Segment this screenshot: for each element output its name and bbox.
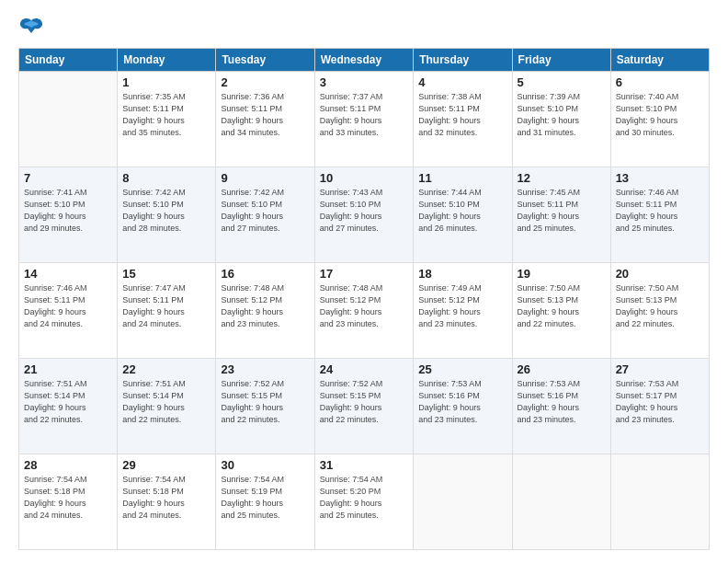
- calendar-table: SundayMondayTuesdayWednesdayThursdayFrid…: [18, 48, 710, 550]
- calendar-cell: 11Sunrise: 7:44 AMSunset: 5:10 PMDayligh…: [414, 167, 512, 263]
- day-info: Sunrise: 7:43 AMSunset: 5:10 PMDaylight:…: [320, 187, 409, 235]
- day-number: 22: [122, 362, 210, 376]
- day-info: Sunrise: 7:42 AMSunset: 5:10 PMDaylight:…: [122, 187, 210, 235]
- day-info: Sunrise: 7:52 AMSunset: 5:15 PMDaylight:…: [320, 378, 409, 426]
- day-info: Sunrise: 7:36 AMSunset: 5:11 PMDaylight:…: [221, 91, 309, 139]
- week-row-5: 28Sunrise: 7:54 AMSunset: 5:18 PMDayligh…: [19, 454, 710, 550]
- day-info: Sunrise: 7:53 AMSunset: 5:16 PMDaylight:…: [418, 378, 506, 426]
- calendar-cell: 9Sunrise: 7:42 AMSunset: 5:10 PMDaylight…: [216, 167, 314, 263]
- header-day-wednesday: Wednesday: [314, 49, 414, 72]
- day-number: 4: [418, 75, 506, 89]
- day-info: Sunrise: 7:50 AMSunset: 5:13 PMDaylight:…: [518, 282, 606, 330]
- day-info: Sunrise: 7:53 AMSunset: 5:17 PMDaylight:…: [616, 378, 704, 426]
- day-number: 19: [518, 267, 606, 281]
- day-info: Sunrise: 7:49 AMSunset: 5:12 PMDaylight:…: [418, 282, 506, 330]
- day-number: 23: [221, 362, 309, 376]
- calendar-cell: 23Sunrise: 7:52 AMSunset: 5:15 PMDayligh…: [216, 359, 314, 454]
- calendar-cell: 7Sunrise: 7:41 AMSunset: 5:10 PMDaylight…: [19, 167, 118, 263]
- day-info: Sunrise: 7:48 AMSunset: 5:12 PMDaylight:…: [221, 282, 309, 330]
- calendar-cell: 27Sunrise: 7:53 AMSunset: 5:17 PMDayligh…: [610, 359, 709, 454]
- day-info: Sunrise: 7:51 AMSunset: 5:14 PMDaylight:…: [24, 378, 112, 426]
- day-number: 14: [24, 267, 112, 281]
- day-number: 25: [418, 362, 506, 376]
- day-number: 26: [518, 362, 606, 376]
- day-number: 15: [122, 267, 210, 281]
- day-number: 9: [221, 171, 309, 185]
- calendar-cell: 19Sunrise: 7:50 AMSunset: 5:13 PMDayligh…: [512, 263, 610, 359]
- header-day-thursday: Thursday: [414, 49, 512, 72]
- day-info: Sunrise: 7:50 AMSunset: 5:13 PMDaylight:…: [616, 282, 704, 330]
- calendar-cell: [512, 454, 610, 550]
- day-info: Sunrise: 7:54 AMSunset: 5:18 PMDaylight:…: [24, 474, 112, 522]
- calendar-cell: 12Sunrise: 7:45 AMSunset: 5:11 PMDayligh…: [512, 167, 610, 263]
- day-number: 5: [518, 75, 606, 89]
- day-info: Sunrise: 7:46 AMSunset: 5:11 PMDaylight:…: [24, 282, 112, 330]
- calendar-cell: 21Sunrise: 7:51 AMSunset: 5:14 PMDayligh…: [19, 359, 118, 454]
- calendar-cell: 6Sunrise: 7:40 AMSunset: 5:10 PMDaylight…: [610, 72, 709, 167]
- calendar-cell: 26Sunrise: 7:53 AMSunset: 5:16 PMDayligh…: [512, 359, 610, 454]
- day-number: 21: [24, 362, 112, 376]
- day-number: 11: [418, 171, 506, 185]
- day-info: Sunrise: 7:38 AMSunset: 5:11 PMDaylight:…: [418, 91, 506, 139]
- day-number: 24: [320, 362, 409, 376]
- calendar-cell: 16Sunrise: 7:48 AMSunset: 5:12 PMDayligh…: [216, 263, 314, 359]
- day-number: 10: [320, 171, 409, 185]
- calendar-cell: 24Sunrise: 7:52 AMSunset: 5:15 PMDayligh…: [314, 359, 414, 454]
- day-number: 16: [221, 267, 309, 281]
- day-number: 29: [122, 458, 210, 472]
- day-number: 1: [122, 75, 210, 89]
- header-day-saturday: Saturday: [610, 49, 709, 72]
- calendar-cell: 15Sunrise: 7:47 AMSunset: 5:11 PMDayligh…: [118, 263, 216, 359]
- day-number: 6: [616, 75, 704, 89]
- calendar-cell: [19, 72, 118, 167]
- calendar-cell: 20Sunrise: 7:50 AMSunset: 5:13 PMDayligh…: [610, 263, 709, 359]
- week-row-1: 1Sunrise: 7:35 AMSunset: 5:11 PMDaylight…: [19, 72, 710, 167]
- calendar-cell: 8Sunrise: 7:42 AMSunset: 5:10 PMDaylight…: [118, 167, 216, 263]
- day-info: Sunrise: 7:47 AMSunset: 5:11 PMDaylight:…: [122, 282, 210, 330]
- calendar-cell: 28Sunrise: 7:54 AMSunset: 5:18 PMDayligh…: [19, 454, 118, 550]
- calendar-cell: 1Sunrise: 7:35 AMSunset: 5:11 PMDaylight…: [118, 72, 216, 167]
- logo-icon: [18, 17, 44, 39]
- page: SundayMondayTuesdayWednesdayThursdayFrid…: [0, 0, 728, 563]
- calendar-cell: 30Sunrise: 7:54 AMSunset: 5:19 PMDayligh…: [216, 454, 314, 550]
- week-row-3: 14Sunrise: 7:46 AMSunset: 5:11 PMDayligh…: [19, 263, 710, 359]
- calendar-cell: 25Sunrise: 7:53 AMSunset: 5:16 PMDayligh…: [414, 359, 512, 454]
- day-number: 3: [320, 75, 409, 89]
- calendar-body: 1Sunrise: 7:35 AMSunset: 5:11 PMDaylight…: [19, 72, 710, 550]
- day-number: 13: [616, 171, 704, 185]
- calendar-cell: 5Sunrise: 7:39 AMSunset: 5:10 PMDaylight…: [512, 72, 610, 167]
- header-day-tuesday: Tuesday: [216, 49, 314, 72]
- logo: [18, 17, 48, 39]
- header-day-monday: Monday: [118, 49, 216, 72]
- day-number: 30: [221, 458, 309, 472]
- day-info: Sunrise: 7:48 AMSunset: 5:12 PMDaylight:…: [320, 282, 409, 330]
- day-info: Sunrise: 7:54 AMSunset: 5:20 PMDaylight:…: [320, 474, 409, 522]
- day-info: Sunrise: 7:42 AMSunset: 5:10 PMDaylight:…: [221, 187, 309, 235]
- calendar-cell: [610, 454, 709, 550]
- day-number: 20: [616, 267, 704, 281]
- day-info: Sunrise: 7:41 AMSunset: 5:10 PMDaylight:…: [24, 187, 112, 235]
- calendar-cell: 18Sunrise: 7:49 AMSunset: 5:12 PMDayligh…: [414, 263, 512, 359]
- day-number: 31: [320, 458, 409, 472]
- day-number: 18: [418, 267, 506, 281]
- calendar-cell: 13Sunrise: 7:46 AMSunset: 5:11 PMDayligh…: [610, 167, 709, 263]
- header: [18, 17, 710, 39]
- calendar-cell: 17Sunrise: 7:48 AMSunset: 5:12 PMDayligh…: [314, 263, 414, 359]
- calendar-cell: 22Sunrise: 7:51 AMSunset: 5:14 PMDayligh…: [118, 359, 216, 454]
- header-day-sunday: Sunday: [19, 49, 118, 72]
- day-info: Sunrise: 7:45 AMSunset: 5:11 PMDaylight:…: [518, 187, 606, 235]
- day-info: Sunrise: 7:40 AMSunset: 5:10 PMDaylight:…: [616, 91, 704, 139]
- day-info: Sunrise: 7:39 AMSunset: 5:10 PMDaylight:…: [518, 91, 606, 139]
- day-info: Sunrise: 7:51 AMSunset: 5:14 PMDaylight:…: [122, 378, 210, 426]
- header-row: SundayMondayTuesdayWednesdayThursdayFrid…: [19, 49, 710, 72]
- day-info: Sunrise: 7:35 AMSunset: 5:11 PMDaylight:…: [122, 91, 210, 139]
- calendar-cell: 10Sunrise: 7:43 AMSunset: 5:10 PMDayligh…: [314, 167, 414, 263]
- day-number: 7: [24, 171, 112, 185]
- day-info: Sunrise: 7:54 AMSunset: 5:19 PMDaylight:…: [221, 474, 309, 522]
- day-number: 28: [24, 458, 112, 472]
- calendar-cell: 3Sunrise: 7:37 AMSunset: 5:11 PMDaylight…: [314, 72, 414, 167]
- day-number: 12: [518, 171, 606, 185]
- day-number: 27: [616, 362, 704, 376]
- day-number: 17: [320, 267, 409, 281]
- header-day-friday: Friday: [512, 49, 610, 72]
